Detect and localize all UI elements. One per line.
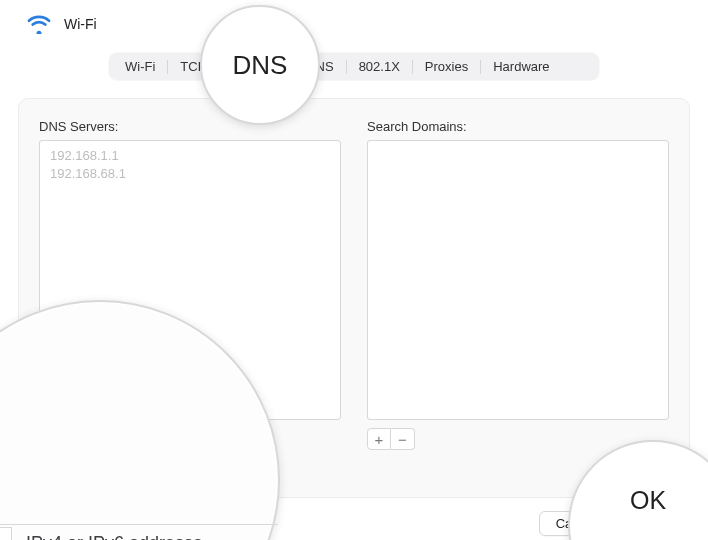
search-domains-label: Search Domains: (367, 119, 669, 134)
page-title: Wi-Fi (64, 16, 97, 32)
tab-separator (234, 60, 235, 74)
tab-separator (412, 60, 413, 74)
add-domain-button[interactable]: + (367, 428, 391, 450)
search-domains-list[interactable] (367, 140, 669, 420)
search-domains-buttons: + − (367, 428, 669, 450)
tab-proxies[interactable]: Proxies (415, 56, 478, 77)
magnifier-remove-button: − (0, 527, 12, 540)
dns-server-item[interactable]: 192.168.1.1 (50, 147, 330, 165)
dns-servers-column: DNS Servers: 192.168.1.1 192.168.68.1 + … (39, 119, 341, 450)
dns-servers-list[interactable]: 192.168.1.1 192.168.68.1 (39, 140, 341, 420)
remove-domain-button[interactable]: − (391, 428, 415, 450)
add-dns-button[interactable]: + (39, 428, 63, 450)
wifi-icon (24, 10, 54, 37)
tab-separator (167, 60, 168, 74)
tab-8021x[interactable]: 802.1X (349, 56, 410, 77)
dns-servers-buttons: + − IPv4 or IPv6 addresses (39, 428, 341, 450)
remove-dns-button[interactable]: − (63, 428, 87, 450)
settings-panel: DNS Servers: 192.168.1.1 192.168.68.1 + … (18, 98, 690, 498)
tab-wifi[interactable]: Wi-Fi (115, 56, 165, 77)
tabbar: Wi-Fi TCP/IP DNS WINS 802.1X Proxies Har… (109, 53, 599, 80)
dns-servers-label: DNS Servers: (39, 119, 341, 134)
dns-server-item[interactable]: 192.168.68.1 (50, 165, 330, 183)
tab-wins[interactable]: WINS (290, 56, 344, 77)
tab-separator (480, 60, 481, 74)
action-row: Cancel OK (539, 511, 680, 536)
window-header: Wi-Fi (0, 0, 708, 47)
tab-tcpip[interactable]: TCP/IP (170, 56, 232, 77)
dns-hint: IPv4 or IPv6 addresses (97, 432, 231, 447)
search-domains-column: Search Domains: + − (367, 119, 669, 450)
tabbar-container: Wi-Fi TCP/IP DNS WINS 802.1X Proxies Har… (0, 47, 708, 98)
tab-separator (287, 60, 288, 74)
tab-dns[interactable]: DNS (237, 56, 284, 77)
tab-hardware[interactable]: Hardware (483, 56, 559, 77)
ok-button[interactable]: OK (627, 511, 680, 536)
cancel-button[interactable]: Cancel (539, 511, 613, 536)
tab-separator (346, 60, 347, 74)
magnifier-hint: IPv4 or IPv6 addresse (26, 533, 203, 541)
